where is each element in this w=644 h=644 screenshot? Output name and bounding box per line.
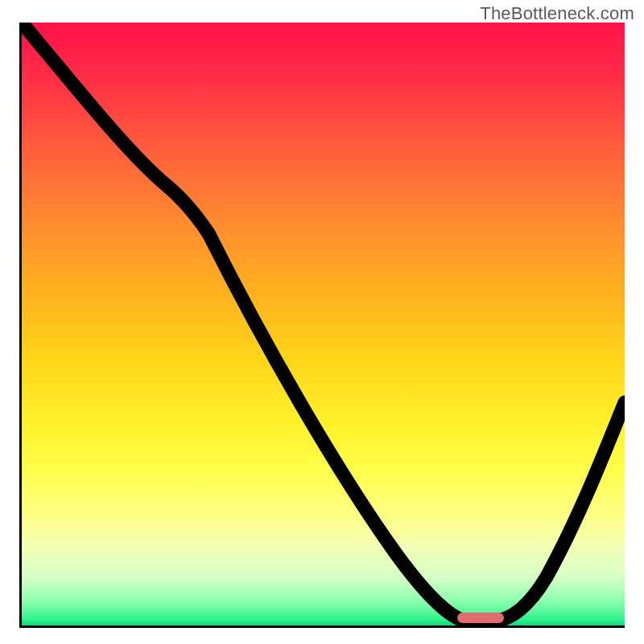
curve-path (22, 23, 625, 621)
watermark-text: TheBottleneck.com (480, 3, 634, 24)
plot-area (19, 23, 625, 628)
optimal-zone-marker (457, 613, 504, 623)
bottleneck-curve (22, 23, 625, 625)
chart-container: TheBottleneck.com (0, 0, 644, 644)
